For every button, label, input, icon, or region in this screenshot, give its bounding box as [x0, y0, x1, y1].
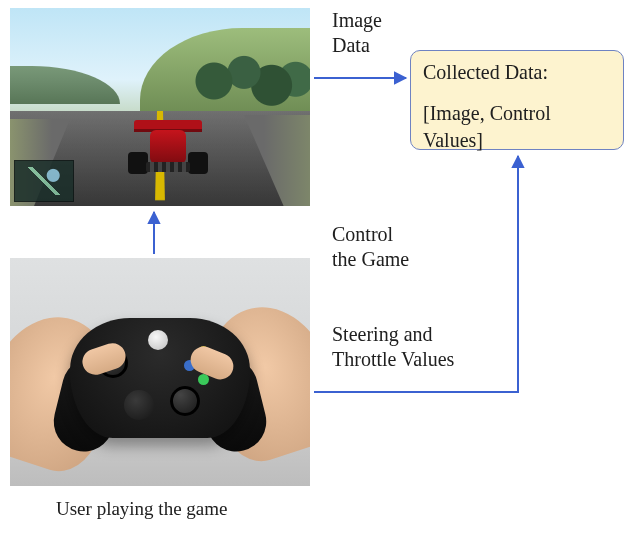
- label-control-the-game: Control the Game: [332, 222, 409, 272]
- collected-data-box: Collected Data: [Image, Control Values]: [410, 50, 624, 150]
- game-screenshot: [10, 8, 310, 206]
- controller-photo: [10, 258, 310, 486]
- caption-user-playing: User playing the game: [56, 498, 227, 520]
- label-image-data: Image Data: [332, 8, 382, 58]
- collected-data-content: [Image, Control Values]: [423, 100, 611, 154]
- collected-data-title: Collected Data:: [423, 59, 611, 86]
- label-steering-throttle: Steering and Throttle Values: [332, 322, 454, 372]
